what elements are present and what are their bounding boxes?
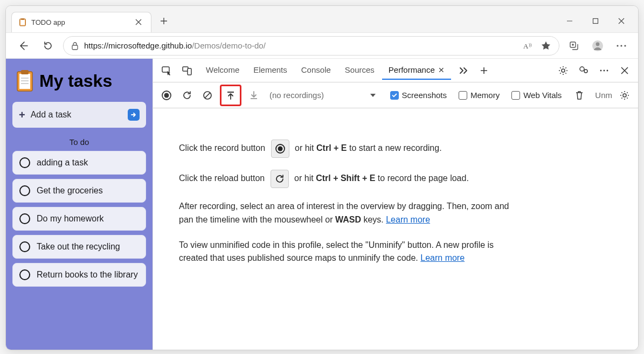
reload-icon [182, 91, 192, 100]
plus-icon [160, 17, 168, 25]
reload-record-button[interactable] [179, 87, 195, 103]
task-label: Get the groceries [37, 186, 103, 196]
star-icon [541, 40, 551, 51]
devtools-settings-button[interactable] [555, 63, 571, 79]
chevron-double-right-icon [459, 67, 468, 74]
tab-close-button[interactable] [133, 16, 144, 28]
record-icon [275, 143, 286, 154]
browser-tab[interactable]: TODO app [11, 12, 151, 32]
clipboard-favicon-icon [18, 18, 27, 26]
checkbox-on-icon [390, 91, 399, 100]
svg-rect-1 [20, 20, 25, 25]
memory-checkbox[interactable]: Memory [459, 91, 500, 100]
web-vitals-checkbox[interactable]: Web Vitals [511, 91, 562, 100]
new-tab-button[interactable] [155, 12, 173, 30]
close-window-button[interactable] [609, 12, 634, 30]
svg-rect-18 [188, 68, 191, 75]
delete-profile-button[interactable] [571, 87, 587, 103]
devtools-tabstrip: Welcome Elements Console Sources Perform… [153, 59, 638, 82]
svg-point-19 [562, 69, 565, 72]
download-icon [249, 91, 259, 100]
help-zoom-line: After recording, select an area of inter… [179, 200, 524, 227]
url-path: /Demos/demo-to-do/ [192, 41, 266, 50]
browser-window: TODO app https://microsoftedge.g [5, 5, 639, 350]
task-list: adding a taskGet the groceriesDo my home… [12, 151, 146, 287]
clipboard-icon [16, 70, 34, 92]
help-record-line: Click the record button or hit Ctrl + E … [179, 140, 524, 158]
close-devtools-button[interactable] [617, 63, 633, 79]
collections-button[interactable] [565, 37, 583, 55]
clear-button[interactable] [199, 87, 216, 103]
record-button-inline[interactable] [271, 140, 289, 158]
more-menu-button[interactable] [612, 37, 631, 55]
task-item[interactable]: Get the groceries [12, 179, 146, 203]
learn-more-link[interactable]: Learn more [386, 215, 430, 224]
refresh-button[interactable] [38, 36, 58, 55]
window-controls [557, 12, 634, 30]
close-icon [621, 67, 628, 74]
upload-icon [226, 91, 236, 100]
maximize-button[interactable] [583, 12, 608, 30]
task-checkbox[interactable] [19, 185, 30, 196]
tab-close-button[interactable]: ✕ [438, 66, 445, 74]
tab-performance[interactable]: Performance ✕ [382, 61, 451, 80]
close-icon [135, 19, 142, 25]
back-arrow-icon [18, 40, 29, 51]
recordings-dropdown[interactable] [370, 93, 376, 98]
address-bar[interactable]: https://microsoftedge.github.io/Demos/de… [63, 36, 559, 55]
performance-settings-button[interactable] [617, 87, 633, 103]
task-item[interactable]: adding a task [12, 151, 146, 175]
favorite-button[interactable] [541, 40, 551, 51]
add-tab-button[interactable] [476, 63, 492, 79]
feedback-button[interactable] [576, 63, 592, 79]
add-task-button[interactable]: + Add a task [12, 102, 146, 128]
url-text: https://microsoftedge.github.io/Demos/de… [84, 41, 266, 50]
svg-point-20 [580, 67, 584, 71]
task-item[interactable]: Take out the recycling [12, 235, 146, 259]
reload-button-inline[interactable] [271, 170, 289, 188]
svg-text:A: A [523, 42, 529, 50]
plus-icon [480, 67, 488, 74]
task-label: Do my homework [37, 214, 103, 224]
performance-help-body: Click the record button or hit Ctrl + E … [153, 108, 638, 350]
tab-title: TODO app [31, 18, 128, 26]
svg-point-9 [596, 42, 600, 46]
tab-sources[interactable]: Sources [338, 61, 381, 80]
more-tabs-button[interactable] [455, 63, 472, 79]
plus-icon: + [19, 109, 25, 121]
toggle-device-toolbar-button[interactable] [179, 63, 195, 79]
performance-toolbar: (no recordings) Screenshots Memory [153, 82, 638, 108]
devtools-menu-button[interactable] [596, 63, 612, 79]
learn-more-link[interactable]: Learn more [420, 253, 465, 262]
task-item[interactable]: Return books to the library [12, 263, 146, 287]
svg-point-11 [620, 45, 622, 46]
load-profile-button[interactable] [223, 87, 239, 103]
screenshots-label: Screenshots [402, 91, 447, 100]
minimize-button[interactable] [557, 12, 582, 30]
tab-welcome[interactable]: Welcome [199, 61, 246, 80]
arrow-right-icon [130, 112, 137, 118]
task-checkbox[interactable] [19, 157, 30, 168]
task-checkbox[interactable] [19, 269, 30, 280]
tab-elements[interactable]: Elements [247, 61, 294, 80]
screenshots-checkbox[interactable]: Screenshots [390, 91, 447, 100]
task-item[interactable]: Do my homework [12, 207, 146, 231]
inspect-element-button[interactable] [158, 63, 175, 79]
profile-button[interactable] [588, 37, 607, 55]
back-button[interactable] [13, 36, 33, 55]
maximize-icon [592, 18, 599, 24]
svg-point-10 [617, 45, 618, 46]
record-button[interactable] [158, 87, 175, 103]
save-profile-button[interactable] [246, 87, 262, 103]
task-checkbox[interactable] [19, 241, 30, 252]
task-checkbox[interactable] [19, 213, 30, 224]
memory-label: Memory [470, 91, 500, 100]
tab-console[interactable]: Console [295, 61, 337, 80]
reading-mode-button[interactable]: A)) [523, 41, 534, 51]
unminify-truncated[interactable]: Unm [595, 91, 612, 100]
clear-icon [203, 91, 212, 100]
record-icon [161, 90, 172, 101]
trash-icon [575, 91, 584, 100]
submit-task-button[interactable] [128, 109, 140, 121]
svg-point-12 [624, 45, 626, 46]
